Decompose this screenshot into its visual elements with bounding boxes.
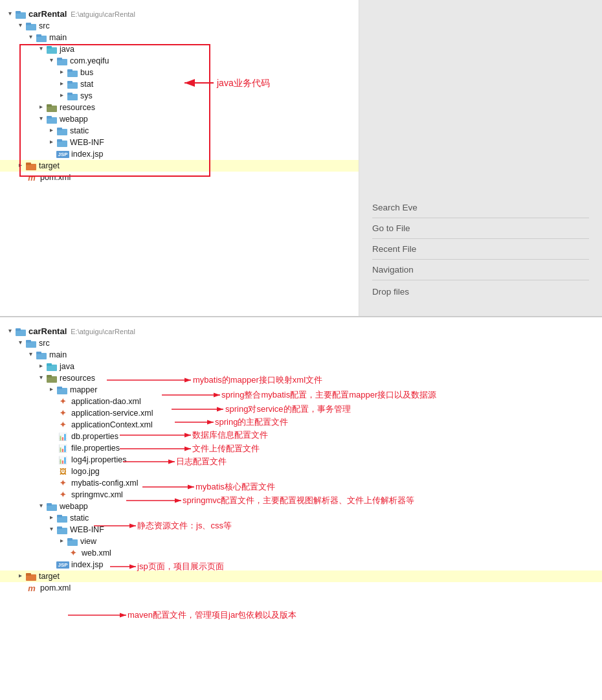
- tree-label: java: [60, 362, 74, 371]
- folder-icon: [26, 21, 36, 30]
- maven-icon: m: [26, 583, 38, 593]
- folder-icon: [57, 126, 67, 135]
- b-tree-springmvc[interactable]: ✦ springmvc.xml: [0, 489, 602, 501]
- tree-label: stat: [80, 80, 93, 89]
- tree-label: web.xml: [82, 548, 111, 558]
- folder-icon: [67, 91, 78, 100]
- b-tree-mybatis-config[interactable]: ✦ mybatis-config.xml: [0, 477, 602, 489]
- tree-label: target: [39, 161, 60, 170]
- b-tree-web-xml[interactable]: ✦ web.xml: [0, 547, 602, 559]
- tree-label: application-service.xml: [71, 409, 153, 418]
- svg-rect-5: [36, 34, 41, 37]
- tree-label: src: [39, 339, 50, 348]
- folder-icon: [57, 385, 67, 394]
- arrow-icon: [57, 80, 66, 89]
- menu-search-everywhere[interactable]: Search Eve: [372, 198, 589, 218]
- b-tree-webapp[interactable]: webapp: [0, 501, 602, 512]
- menu-drop-files[interactable]: Drop files: [372, 280, 589, 303]
- tree-sys[interactable]: sys: [0, 90, 359, 102]
- xml-icon: ✦: [57, 479, 69, 488]
- folder-icon: [47, 502, 57, 511]
- arrow-icon: [57, 91, 66, 100]
- b-tree-app-context[interactable]: ✦ applicationContext.xml: [0, 419, 602, 431]
- tree-webapp[interactable]: webapp: [0, 113, 359, 125]
- folder-icon: [57, 514, 67, 523]
- b-tree-app-dao[interactable]: ✦ application-dao.xml: [0, 396, 602, 407]
- top-file-tree: carRental E:\atguigu\carRental src main: [0, 0, 359, 316]
- svg-rect-13: [67, 81, 72, 84]
- tree-label: WEB-INF: [70, 138, 104, 147]
- tree-label: com.yeqifu: [70, 56, 109, 65]
- arrow-icon: [36, 502, 45, 511]
- b-tree-java[interactable]: java: [0, 361, 602, 372]
- b-tree-index-jsp[interactable]: JSP index.jsp: [0, 559, 602, 570]
- svg-rect-25: [26, 163, 31, 165]
- project-name: carRental: [28, 9, 67, 19]
- b-tree-target[interactable]: target: [0, 570, 602, 582]
- tree-label: log4j.properties: [71, 455, 126, 464]
- tree-java[interactable]: java: [0, 43, 359, 55]
- tree-label: resources: [60, 103, 95, 112]
- b-tree-static[interactable]: static: [0, 512, 602, 524]
- b-tree-view[interactable]: view: [0, 536, 602, 547]
- b-tree-main[interactable]: main: [0, 349, 602, 361]
- jpg-icon: 🖼: [57, 467, 69, 476]
- svg-rect-55: [16, 328, 21, 331]
- folder-icon: [67, 537, 78, 546]
- arrow-icon: [16, 339, 25, 348]
- b-tree-log4j[interactable]: 📊 log4j.properties: [0, 454, 602, 466]
- tree-webinf[interactable]: WEB-INF: [0, 137, 359, 148]
- tree-resources[interactable]: resources: [0, 102, 359, 113]
- tree-main[interactable]: main: [0, 32, 359, 43]
- svg-rect-7: [47, 46, 52, 49]
- xml-icon: ✦: [67, 548, 79, 558]
- svg-rect-73: [67, 538, 72, 541]
- tree-target[interactable]: target: [0, 160, 359, 172]
- arrow-icon: [47, 126, 56, 135]
- folder-icon: [57, 56, 67, 65]
- svg-rect-71: [57, 526, 62, 529]
- arrow-icon: [16, 161, 25, 170]
- b-tree-src[interactable]: src: [0, 337, 602, 349]
- tree-bus[interactable]: bus: [0, 67, 359, 78]
- tree-stat[interactable]: stat: [0, 78, 359, 90]
- b-tree-logo[interactable]: 🖼 logo.jpg: [0, 466, 602, 477]
- b-tree-pom[interactable]: m pom.xml: [0, 582, 602, 594]
- b-tree-resources[interactable]: resources: [0, 372, 602, 384]
- b-tree-root[interactable]: carRental E:\atguigu\carRental: [0, 325, 602, 337]
- tree-root-item[interactable]: carRental E:\atguigu\carRental: [0, 8, 359, 20]
- folder-icon: [47, 374, 57, 383]
- folder-orange-icon: [26, 572, 36, 581]
- tree-label: src: [39, 21, 50, 30]
- xml-icon: ✦: [57, 397, 69, 406]
- menu-recent-files[interactable]: Recent File: [372, 239, 589, 260]
- tree-src[interactable]: src: [0, 20, 359, 32]
- arrow-icon: [36, 362, 45, 371]
- tree-static[interactable]: static: [0, 125, 359, 137]
- arrow-icon: [36, 374, 45, 383]
- b-tree-mapper[interactable]: mapper: [0, 384, 602, 396]
- folder-icon: [36, 33, 47, 42]
- svg-rect-75: [26, 573, 31, 576]
- tree-label: mapper: [70, 385, 97, 394]
- arrow-icon: [16, 21, 25, 30]
- svg-rect-9: [57, 58, 62, 60]
- maven-icon: m: [26, 173, 38, 182]
- right-context-panel: Search Eve Go to File Recent File Naviga…: [359, 0, 602, 316]
- folder-icon: [57, 138, 67, 147]
- tree-label: logo.jpg: [71, 467, 100, 476]
- menu-go-to-file[interactable]: Go to File: [372, 218, 589, 239]
- svg-text:maven配置文件，管理项目jar包依赖以及版本: maven配置文件，管理项目jar包依赖以及版本: [128, 610, 296, 620]
- tree-com[interactable]: com.yeqifu: [0, 55, 359, 67]
- menu-navigation[interactable]: Navigation: [372, 260, 589, 280]
- b-tree-db-props[interactable]: 📊 db.properties: [0, 431, 602, 442]
- tree-label: webapp: [60, 502, 88, 511]
- tree-pom[interactable]: m pom.xml: [0, 172, 359, 183]
- b-tree-file-props[interactable]: 📊 file.properties: [0, 442, 602, 454]
- b-tree-webinf[interactable]: WEB-INF: [0, 524, 602, 536]
- b-project-name: carRental: [28, 326, 67, 336]
- tree-index-jsp[interactable]: JSP index.jsp: [0, 148, 359, 160]
- arrow-icon: [47, 385, 56, 394]
- tree-label: pom.xml: [40, 173, 71, 182]
- b-tree-app-service[interactable]: ✦ application-service.xml: [0, 407, 602, 419]
